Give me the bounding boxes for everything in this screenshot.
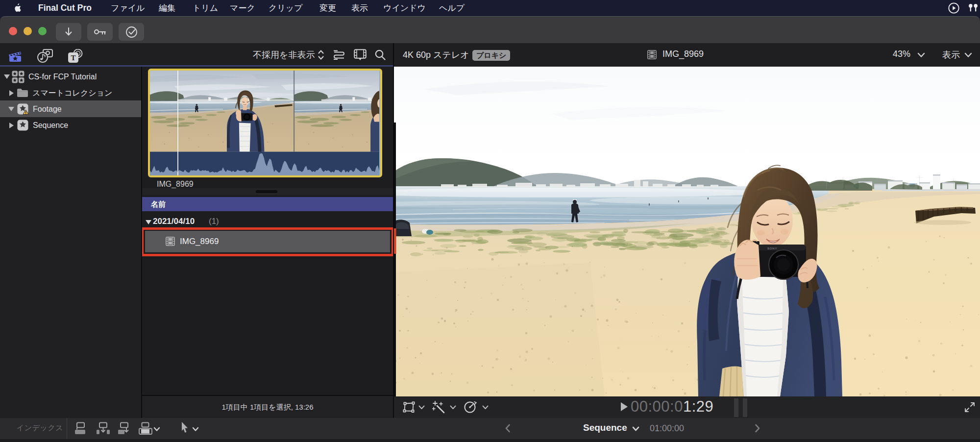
svg-text:SONY: SONY xyxy=(767,247,777,250)
svg-text:T: T xyxy=(71,54,75,62)
